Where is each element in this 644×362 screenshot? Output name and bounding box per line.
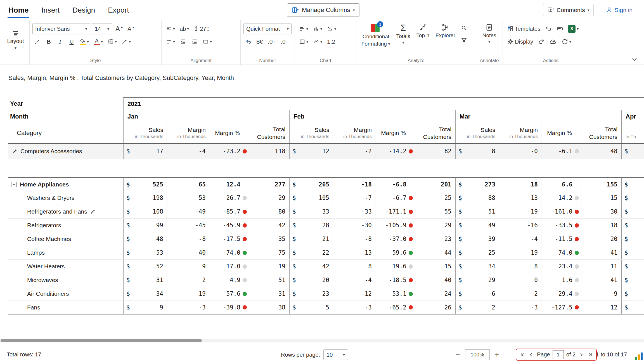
horizontal-scrollbar-track[interactable] [0, 339, 644, 342]
sales-cell-partial[interactable]: $ [622, 287, 644, 301]
last-page-button[interactable] [587, 352, 593, 358]
bar-chart-button[interactable]: ▾ [298, 25, 310, 33]
first-page-button[interactable] [520, 352, 526, 358]
customers-cell[interactable]: 201 [415, 178, 456, 191]
quick-format-select[interactable]: Quick Format ▾ [243, 23, 292, 34]
margin-cell[interactable]: 13 [499, 191, 541, 205]
sales-cell[interactable]: $21 [290, 232, 333, 246]
row-label[interactable]: Water Heaters [27, 263, 65, 270]
waterfall-chart-button[interactable]: ▾ [326, 25, 338, 33]
margin-cell[interactable]: 2 [167, 273, 209, 287]
margin-pct-cell[interactable]: -14.2 [375, 144, 415, 159]
sales-cell[interactable]: $88 [456, 191, 499, 205]
customers-cell[interactable]: 51 [249, 273, 290, 287]
export-excel-button[interactable]: X ▾ [567, 24, 580, 34]
margin-pct-cell[interactable]: -6.1 [541, 144, 581, 159]
row-label[interactable]: Air Conditioners [27, 290, 69, 297]
customers-cell[interactable]: 82 [415, 144, 456, 159]
measure-header[interactable]: Salesin Thousands [456, 123, 499, 143]
edit-pencil-icon[interactable] [90, 209, 96, 214]
sales-cell[interactable]: $12 [290, 144, 333, 159]
customers-cell[interactable]: 118 [249, 144, 290, 159]
wrap-text-button[interactable]: ab ▾ [178, 25, 190, 33]
customers-cell[interactable]: 26 [415, 301, 456, 314]
row-label[interactable]: Coffee Machines [27, 236, 71, 242]
margin-cell[interactable]: -19 [499, 205, 541, 218]
sparkline-button[interactable]: ▾ [312, 37, 324, 46]
increase-font-size-button[interactable]: A▴ [114, 24, 124, 34]
customers-cell[interactable]: 15 [415, 260, 456, 273]
category-cell[interactable]: Air Conditioners [8, 287, 124, 301]
templates-button[interactable]: Templates [506, 24, 542, 33]
sales-cell[interactable]: $17 [124, 144, 167, 159]
sales-cell[interactable]: $53 [124, 246, 167, 259]
stepper-icons[interactable]: ▴▾ [207, 26, 209, 32]
margin-pct-cell[interactable]: 14.2 [541, 191, 581, 205]
category-cell[interactable]: Washers & Dryers [8, 191, 124, 205]
customers-cell[interactable]: 30 [581, 205, 622, 218]
sales-cell[interactable]: $273 [456, 178, 499, 191]
tab-export[interactable]: Export [108, 6, 129, 15]
sales-cell[interactable]: $42 [290, 260, 333, 273]
row-label[interactable]: Fans [27, 304, 40, 311]
column-chart-button[interactable]: ▾ [312, 25, 324, 33]
customers-cell[interactable]: 19 [249, 260, 290, 273]
customers-cell[interactable]: 15 [581, 191, 622, 205]
margin-pct-cell[interactable]: 6.6 [541, 178, 581, 191]
sales-cell[interactable]: $34 [124, 287, 167, 301]
layout-button[interactable]: Layout ▾ [7, 30, 24, 50]
tab-insert[interactable]: Insert [41, 6, 60, 15]
previous-page-button[interactable] [528, 352, 534, 358]
sales-cell[interactable]: $20 [290, 273, 333, 287]
currency-format-button[interactable]: $€ [255, 37, 264, 46]
fill-color-button[interactable]: ▾ [78, 37, 90, 46]
margin-cell[interactable]: -2 [333, 144, 375, 159]
decrease-decimal-button[interactable]: .0- [279, 37, 289, 46]
sales-cell[interactable]: $33 [290, 205, 333, 218]
search-button[interactable] [459, 23, 469, 32]
customers-cell[interactable]: 80 [249, 205, 290, 218]
customers-cell[interactable]: 20 [581, 232, 622, 246]
font-size-select[interactable]: 14▾ [92, 23, 112, 34]
category-cell[interactable]: Refrigerators and Fans [8, 205, 124, 218]
sales-cell[interactable]: $39 [456, 232, 499, 246]
margin-cell[interactable]: -8 [167, 232, 209, 246]
sales-cell[interactable]: $22 [290, 246, 333, 259]
row-height-control[interactable]: 27 ▴▾ [192, 25, 210, 33]
month-header-mar[interactable]: Mar [456, 110, 622, 123]
sales-cell[interactable]: $265 [290, 178, 333, 191]
customers-cell[interactable]: 40 [415, 273, 456, 287]
sales-cell-partial[interactable]: $ [622, 246, 644, 259]
vertical-align-button[interactable]: ▾ [164, 37, 176, 46]
margin-cell[interactable]: -3 [499, 301, 541, 314]
margin-pct-cell[interactable]: 26.7 [209, 191, 249, 205]
refresh-button[interactable]: ▾ [560, 37, 573, 46]
customers-cell[interactable]: 277 [249, 178, 290, 191]
sales-cell[interactable]: $9 [124, 301, 167, 314]
margin-pct-cell[interactable]: 29.4 [541, 287, 581, 301]
percent-format-button[interactable]: % [243, 37, 253, 46]
effects-button[interactable]: ▾ [120, 37, 132, 46]
cloud-upload-button[interactable] [548, 37, 558, 46]
collapse-ribbon-button[interactable] [629, 56, 640, 63]
manage-columns-button[interactable]: Manage Columns ▾ [287, 3, 359, 17]
row-label[interactable]: Refrigerators [27, 222, 61, 229]
decrease-indent-button[interactable] [178, 37, 188, 46]
margin-cell[interactable]: -7 [333, 191, 375, 205]
margin-cell[interactable]: 18 [499, 178, 541, 191]
customers-cell[interactable]: 12 [581, 301, 622, 314]
measure-header[interactable]: Marginin Thousands [333, 123, 375, 143]
table-chart-button[interactable]: ▾ [298, 37, 310, 46]
measure-header[interactable]: Marginin Thousands [499, 123, 541, 143]
next-page-button[interactable] [578, 352, 584, 358]
sales-cell[interactable]: $34 [456, 260, 499, 273]
measure-header[interactable]: Margin % [541, 123, 581, 143]
margin-pct-cell[interactable]: 74.0 [209, 246, 249, 259]
margin-cell[interactable]: -33 [333, 205, 375, 218]
sales-cell-partial[interactable]: $ [622, 301, 644, 314]
margin-pct-cell[interactable]: -171.1 [375, 205, 415, 218]
margin-cell[interactable]: 9 [167, 260, 209, 273]
undo-button[interactable] [544, 24, 553, 33]
explorer-button[interactable]: Explorer [433, 22, 458, 57]
row-label[interactable]: Refrigerators and Fans [27, 208, 87, 215]
